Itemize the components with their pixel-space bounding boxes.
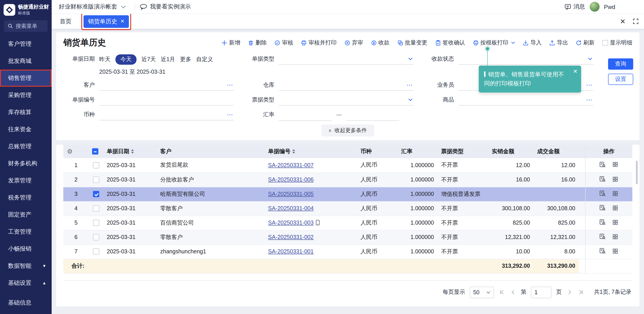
sidebar-item-customer-mgmt[interactable]: 客户管理 bbox=[0, 36, 52, 52]
sidebar-item-invoice-mgmt[interactable]: 发票管理 bbox=[0, 172, 52, 189]
date-quick-more[interactable]: 更多 bbox=[180, 56, 191, 63]
row-checkbox[interactable] bbox=[93, 206, 99, 212]
export-button[interactable]: 导出 bbox=[549, 39, 568, 46]
ellipsis-picker-icon[interactable]: ⋯ bbox=[227, 81, 234, 88]
sidebar-item-basic-settings[interactable]: 基础设置▲ bbox=[0, 274, 52, 292]
sidebar-item-finance-multi-org[interactable]: 财务多机构 bbox=[0, 155, 52, 172]
prev-page-icon[interactable] bbox=[510, 290, 516, 295]
bill-no-link[interactable]: SA-20250331-003 bbox=[268, 220, 314, 226]
sidebar-item-purchase-mgmt[interactable]: 采购管理 bbox=[0, 87, 52, 104]
sort-icon[interactable] bbox=[131, 149, 134, 154]
date-quick-7days[interactable]: 近7天 bbox=[142, 56, 156, 63]
bill-no-input[interactable] bbox=[99, 94, 234, 106]
customer-input[interactable]: ⋯ bbox=[99, 79, 234, 91]
grid-icon[interactable] bbox=[612, 162, 619, 168]
header-bill-date[interactable]: 单据日期 bbox=[103, 145, 157, 158]
audit-print-button[interactable]: 审核并打印 bbox=[301, 39, 336, 46]
date-quick-today[interactable]: 今天 bbox=[116, 54, 136, 65]
sidebar-search-input[interactable]: 搜索菜单 bbox=[4, 20, 48, 32]
table-row-selected[interactable]: 3 2025-03-31 哈斯商贸有限公司 SA-20250331-005 人民… bbox=[63, 187, 632, 201]
bill-no-link[interactable]: SA-20250331-004 bbox=[268, 205, 314, 212]
row-checkbox[interactable] bbox=[93, 234, 99, 240]
import-button[interactable]: 导入 bbox=[523, 39, 542, 46]
bill-no-link[interactable]: SA-20250331-002 bbox=[268, 234, 314, 240]
rate-from-input[interactable] bbox=[279, 108, 332, 120]
sidebar-item-wholesale-mall[interactable]: 批发商城 bbox=[0, 52, 52, 70]
ellipsis-picker-icon[interactable]: ⋯ bbox=[586, 96, 593, 103]
sidebar-item-sales-mgmt[interactable]: 销售管理 bbox=[0, 70, 52, 87]
table-row[interactable]: 4 2025-03-31 零散客户 SA-20250331-004 人民币 1.… bbox=[63, 201, 632, 216]
row-checkbox-checked[interactable] bbox=[93, 191, 99, 198]
invoice-type-select[interactable] bbox=[279, 94, 414, 106]
sidebar-item-fixed-assets[interactable]: 固定资产 bbox=[0, 206, 52, 223]
table-row[interactable]: 1 2025-03-31 发货后尾款 SA-20250331-007 人民币 1… bbox=[63, 158, 632, 172]
last-page-icon[interactable] bbox=[577, 290, 584, 295]
refresh-button[interactable]: 刷新 bbox=[576, 39, 594, 46]
warehouse-input[interactable]: ⋯ bbox=[279, 79, 414, 91]
select-all-checkbox[interactable] bbox=[92, 148, 98, 155]
sort-icon[interactable] bbox=[292, 149, 295, 154]
grid-icon[interactable] bbox=[612, 204, 619, 211]
print-preview-icon[interactable] bbox=[599, 233, 606, 240]
table-row[interactable]: 7 2025-03-31 zhangshuncheng1 SA-20250331… bbox=[63, 244, 632, 259]
date-range-value[interactable]: 2025-03-31 至 2025-03-31 bbox=[99, 68, 234, 76]
add-button[interactable]: 新增 bbox=[222, 39, 240, 46]
grid-icon[interactable] bbox=[612, 219, 619, 225]
print-preview-icon[interactable] bbox=[599, 190, 606, 197]
bill-no-link[interactable]: SA-20250331-006 bbox=[268, 176, 314, 183]
sidebar-item-current-funds[interactable]: 往来资金 bbox=[0, 121, 52, 138]
sidebar-item-data-intelligence[interactable]: 数据智能▼ bbox=[0, 258, 52, 274]
sign-confirm-button[interactable]: 签收确认 bbox=[435, 39, 465, 46]
print-preview-icon[interactable] bbox=[599, 219, 606, 226]
sidebar-item-general-ledger[interactable]: 总账管理 bbox=[0, 138, 52, 155]
print-preview-icon[interactable] bbox=[599, 176, 606, 182]
messages-button[interactable]: 消息 bbox=[564, 3, 585, 11]
row-checkbox[interactable] bbox=[93, 162, 99, 168]
receipt-status-select[interactable] bbox=[458, 53, 593, 65]
print-preview-icon[interactable] bbox=[599, 248, 606, 254]
next-page-icon[interactable] bbox=[566, 290, 573, 295]
fullscreen-icon[interactable] bbox=[633, 18, 638, 24]
rate-to-input[interactable] bbox=[346, 108, 399, 120]
username[interactable]: Pwd bbox=[604, 3, 615, 10]
row-checkbox[interactable] bbox=[93, 249, 99, 255]
per-page-select[interactable]: 50 bbox=[470, 286, 494, 298]
batch-change-button[interactable]: 批量变更 bbox=[397, 39, 427, 46]
grid-icon[interactable] bbox=[612, 190, 619, 196]
grid-icon[interactable] bbox=[612, 176, 619, 182]
show-detail-checkbox[interactable] bbox=[602, 40, 608, 46]
table-row[interactable]: 5 2025-03-31 百信商贸公司 SA-20250331-003 人民币 … bbox=[63, 216, 632, 230]
grid-icon[interactable] bbox=[612, 248, 619, 254]
tab-home[interactable]: 首页 bbox=[52, 17, 78, 26]
sidebar-item-inventory-accounting[interactable]: 库存核算 bbox=[0, 104, 52, 121]
row-checkbox[interactable] bbox=[93, 177, 99, 183]
bill-no-link[interactable]: SA-20250331-001 bbox=[268, 248, 314, 255]
collapse-filters-button[interactable]: « 收起更多条件 bbox=[322, 124, 374, 136]
ellipsis-picker-icon[interactable]: ⋯ bbox=[406, 81, 414, 88]
audit-button[interactable]: 审核 bbox=[274, 39, 293, 46]
abandon-audit-button[interactable]: 弃审 bbox=[344, 39, 363, 46]
table-row[interactable]: 2 2025-03-31 分批收款客户 SA-20250331-006 人民币 … bbox=[63, 172, 632, 187]
tab-close-icon[interactable]: ✕ bbox=[120, 19, 124, 24]
row-checkbox[interactable] bbox=[93, 220, 99, 226]
bill-type-select[interactable] bbox=[279, 53, 414, 65]
query-button[interactable]: 查询 bbox=[608, 58, 633, 70]
collect-payment-button[interactable]: 收款 bbox=[371, 39, 390, 46]
sidebar-item-basic-info[interactable]: 基础信息 bbox=[0, 294, 52, 311]
close-all-tabs-icon[interactable]: ✕ bbox=[620, 18, 626, 25]
settings-button[interactable]: 设置 bbox=[608, 74, 633, 85]
tab-sales-history[interactable]: 销货单历史 ✕ bbox=[84, 15, 129, 28]
goods-input[interactable]: ⋯ bbox=[458, 94, 593, 106]
print-preview-icon[interactable] bbox=[599, 161, 606, 168]
bill-no-link[interactable]: SA-20250331-005 bbox=[268, 191, 314, 197]
column-settings-gear-icon[interactable]: ⚙ bbox=[67, 148, 72, 155]
template-print-button[interactable]: 按模板打印 bbox=[473, 39, 515, 46]
delete-button[interactable]: 删除 bbox=[248, 39, 267, 46]
date-quick-custom[interactable]: 自定义 bbox=[196, 56, 213, 63]
currency-input[interactable]: ⋯ bbox=[99, 109, 234, 120]
account-selector[interactable]: 好业财标准版演示帐套 bbox=[52, 3, 130, 11]
sidebar-item-tax-mgmt[interactable]: 税务管理 bbox=[0, 189, 52, 206]
vertical-scrollbar[interactable] bbox=[636, 161, 638, 184]
print-preview-icon[interactable] bbox=[599, 204, 606, 211]
avatar[interactable] bbox=[590, 2, 599, 12]
